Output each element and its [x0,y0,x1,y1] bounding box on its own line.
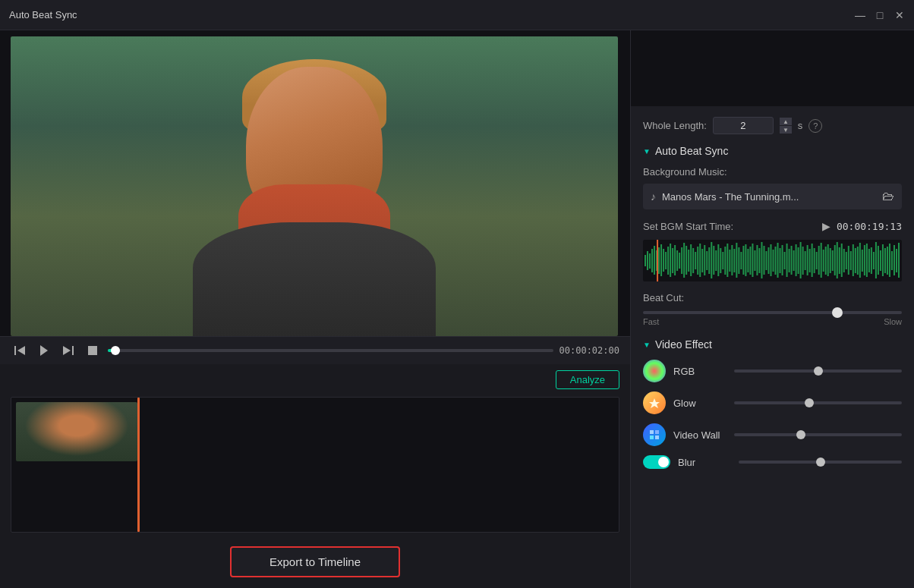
svg-rect-68 [784,252,786,269]
close-button[interactable]: ✕ [894,10,905,20]
svg-rect-21 [676,250,678,271]
glow-thumb[interactable] [805,398,814,407]
svg-rect-57 [758,248,760,273]
progress-bar[interactable] [108,349,553,352]
blur-slider[interactable] [739,461,902,464]
svg-rect-37 [713,246,714,275]
svg-rect-123 [650,435,654,439]
svg-rect-93 [841,244,843,277]
whole-length-row: Whole Length: ▲ ▼ s ? [643,114,902,134]
blur-toggle[interactable] [643,455,670,469]
svg-rect-102 [862,250,863,272]
spinner-buttons: ▲ ▼ [780,118,792,134]
svg-rect-82 [816,252,818,269]
beat-cut-slider-track[interactable] [643,311,902,314]
auto-beat-sync-section-header[interactable]: ▼ Auto Beat Sync [643,145,902,157]
beat-cut-slider-wrap: Fast Slow [643,311,902,326]
svg-rect-74 [798,247,799,274]
music-file-name: Manos Mars - The Tunning.m... [662,191,876,203]
svg-rect-76 [802,247,804,275]
svg-rect-52 [747,249,749,272]
spin-up-button[interactable]: ▲ [780,118,792,125]
svg-rect-49 [740,252,742,269]
rgb-thumb[interactable] [814,366,823,376]
videowall-label: Video Wall [673,429,726,441]
beat-cut-slow-label: Slow [884,317,902,326]
svg-rect-107 [873,252,875,269]
svg-rect-42 [724,247,726,275]
svg-rect-4 [72,346,74,355]
window-controls: — □ ✕ [855,10,905,20]
svg-rect-25 [686,246,687,275]
minimize-button[interactable]: — [855,10,865,20]
effect-row-videowall: Video Wall [643,423,902,446]
svg-rect-20 [674,245,676,275]
progress-thumb[interactable] [111,346,120,355]
blur-thumb[interactable] [816,458,825,467]
whole-length-input[interactable] [713,117,774,134]
face-area [200,36,428,336]
svg-rect-15 [663,249,664,272]
svg-rect-94 [843,249,845,272]
effect-row-rgb: RGB [643,360,902,382]
svg-rect-17 [667,247,669,275]
svg-rect-40 [720,248,721,273]
auto-beat-sync-title: Auto Beat Sync [655,145,729,157]
svg-rect-39 [717,244,719,276]
prev-frame-button[interactable] [11,341,29,360]
videowall-slider[interactable] [734,433,902,436]
thumbnail-strip: Analyze [0,364,630,539]
svg-rect-122 [655,430,659,434]
beat-cut-label: Beat Cut: [643,292,902,303]
svg-rect-18 [670,244,671,277]
analyze-button[interactable]: Analyze [556,370,619,389]
svg-rect-105 [868,249,870,272]
svg-rect-115 [891,251,893,270]
svg-rect-5 [88,346,97,355]
folder-icon[interactable]: 🗁 [882,190,894,203]
svg-rect-65 [777,243,779,278]
svg-rect-0 [14,346,16,355]
svg-rect-117 [896,249,897,272]
svg-rect-27 [690,244,692,276]
svg-rect-29 [695,252,696,269]
svg-rect-111 [882,244,884,276]
video-effect-section-header[interactable]: ▼ Video Effect [643,338,902,351]
svg-rect-10 [651,249,653,272]
svg-rect-11 [654,246,655,275]
svg-rect-119 [657,240,658,281]
videowall-thumb[interactable] [796,430,805,439]
videowall-icon [643,423,666,446]
help-icon[interactable]: ? [808,119,822,133]
svg-rect-23 [681,247,682,274]
maximize-button[interactable]: □ [875,10,885,20]
svg-rect-116 [894,245,895,275]
svg-marker-1 [17,346,25,355]
svg-rect-45 [731,245,733,275]
settings-section: Whole Length: ▲ ▼ s ? ▼ Auto Beat Sync B… [631,106,914,338]
export-to-timeline-button[interactable]: Export to Timeline [230,546,400,577]
right-top-area [631,30,914,106]
play-button[interactable] [35,341,53,360]
svg-rect-56 [756,245,758,275]
spin-down-button[interactable]: ▼ [780,126,792,134]
svg-rect-124 [655,435,659,439]
svg-rect-51 [745,244,746,276]
next-frame-button[interactable] [59,341,77,360]
svg-rect-95 [846,252,847,269]
rgb-slider[interactable] [734,369,902,373]
section-arrow-icon: ▼ [643,147,651,156]
beat-cut-slider-labels: Fast Slow [643,317,902,326]
stop-button[interactable] [84,341,102,360]
glow-slider[interactable] [734,401,902,404]
beat-cut-thumb[interactable] [832,307,843,318]
jacket [193,222,436,336]
svg-marker-3 [63,346,71,355]
right-panel: Whole Length: ▲ ▼ s ? ▼ Auto Beat Sync B… [630,30,914,588]
waveform-container[interactable]: // Generate waveform bars inline via SVG [643,240,902,281]
bgm-play-icon[interactable]: ▶ [822,220,830,232]
svg-rect-67 [782,245,783,275]
strip-thumb-image [16,402,137,461]
controls-bar: 00:00:02:00 [0,336,630,364]
whole-length-label: Whole Length: [643,120,707,131]
